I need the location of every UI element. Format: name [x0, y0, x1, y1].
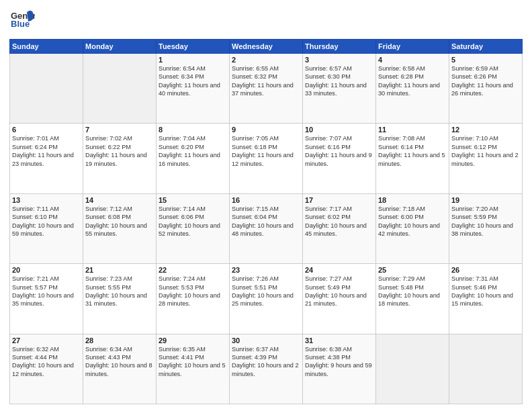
day-cell: 5Sunrise: 6:59 AM Sunset: 6:26 PM Daylig… — [449, 54, 523, 124]
day-detail: Sunrise: 7:23 AM Sunset: 5:55 PM Dayligh… — [85, 275, 154, 308]
day-number: 11 — [378, 126, 447, 134]
day-cell: 18Sunrise: 7:18 AM Sunset: 6:00 PM Dayli… — [376, 193, 449, 263]
day-cell: 8Sunrise: 7:04 AM Sunset: 6:20 PM Daylig… — [157, 124, 230, 193]
day-number: 14 — [85, 196, 154, 204]
day-number: 15 — [159, 196, 227, 204]
day-detail: Sunrise: 7:10 AM Sunset: 6:12 PM Dayligh… — [451, 134, 520, 168]
day-number: 22 — [159, 266, 227, 274]
day-number: 9 — [232, 126, 300, 134]
day-detail: Sunrise: 7:15 AM Sunset: 6:04 PM Dayligh… — [232, 205, 300, 238]
day-detail: Sunrise: 7:04 AM Sunset: 6:20 PM Dayligh… — [159, 134, 227, 168]
day-cell: 26Sunrise: 7:31 AM Sunset: 5:46 PM Dayli… — [449, 264, 523, 334]
day-cell — [83, 54, 157, 124]
day-detail: Sunrise: 7:01 AM Sunset: 6:24 PM Dayligh… — [12, 134, 81, 168]
day-detail: Sunrise: 7:07 AM Sunset: 6:16 PM Dayligh… — [305, 134, 373, 168]
day-detail: Sunrise: 7:24 AM Sunset: 5:53 PM Dayligh… — [159, 275, 227, 308]
day-detail: Sunrise: 7:20 AM Sunset: 5:59 PM Dayligh… — [451, 205, 520, 238]
weekday-header-thursday: Thursday — [303, 40, 376, 54]
day-cell: 21Sunrise: 7:23 AM Sunset: 5:55 PM Dayli… — [83, 264, 157, 334]
logo: General Blue — [9, 7, 35, 35]
day-detail: Sunrise: 7:02 AM Sunset: 6:22 PM Dayligh… — [85, 134, 154, 168]
day-number: 18 — [378, 196, 447, 204]
day-number: 30 — [232, 336, 300, 345]
day-detail: Sunrise: 7:17 AM Sunset: 6:02 PM Dayligh… — [305, 205, 373, 238]
day-detail: Sunrise: 7:21 AM Sunset: 5:57 PM Dayligh… — [12, 275, 81, 308]
day-cell: 29Sunrise: 6:35 AM Sunset: 4:41 PM Dayli… — [157, 334, 230, 404]
svg-text:Blue: Blue — [11, 19, 30, 29]
day-cell — [449, 334, 523, 404]
day-detail: Sunrise: 7:18 AM Sunset: 6:00 PM Dayligh… — [378, 205, 447, 238]
day-cell: 30Sunrise: 6:37 AM Sunset: 4:39 PM Dayli… — [230, 334, 303, 404]
day-number: 7 — [85, 126, 154, 134]
day-cell: 2Sunrise: 6:55 AM Sunset: 6:32 PM Daylig… — [230, 54, 303, 124]
day-number: 27 — [12, 336, 81, 345]
day-detail: Sunrise: 6:34 AM Sunset: 4:43 PM Dayligh… — [85, 345, 154, 379]
day-number: 28 — [85, 336, 154, 345]
day-number: 4 — [378, 56, 447, 64]
day-cell: 25Sunrise: 7:29 AM Sunset: 5:48 PM Dayli… — [376, 264, 449, 334]
day-number: 29 — [159, 336, 227, 345]
day-detail: Sunrise: 7:29 AM Sunset: 5:48 PM Dayligh… — [378, 275, 447, 308]
day-detail: Sunrise: 6:35 AM Sunset: 4:41 PM Dayligh… — [159, 345, 227, 379]
day-detail: Sunrise: 7:11 AM Sunset: 6:10 PM Dayligh… — [12, 205, 81, 238]
day-cell: 10Sunrise: 7:07 AM Sunset: 6:16 PM Dayli… — [303, 124, 376, 193]
day-number: 2 — [232, 56, 300, 64]
day-cell: 17Sunrise: 7:17 AM Sunset: 6:02 PM Dayli… — [303, 193, 376, 263]
day-cell: 24Sunrise: 7:27 AM Sunset: 5:49 PM Dayli… — [303, 264, 376, 334]
day-detail: Sunrise: 7:08 AM Sunset: 6:14 PM Dayligh… — [378, 134, 447, 168]
day-detail: Sunrise: 6:59 AM Sunset: 6:26 PM Dayligh… — [451, 64, 520, 98]
day-detail: Sunrise: 6:38 AM Sunset: 4:38 PM Dayligh… — [305, 345, 373, 379]
day-cell: 4Sunrise: 6:58 AM Sunset: 6:28 PM Daylig… — [376, 54, 449, 124]
logo-icon: General Blue — [9, 7, 35, 32]
day-cell: 11Sunrise: 7:08 AM Sunset: 6:14 PM Dayli… — [376, 124, 449, 193]
day-detail: Sunrise: 6:55 AM Sunset: 6:32 PM Dayligh… — [232, 64, 300, 98]
header: General Blue — [9, 7, 523, 35]
week-row-3: 13Sunrise: 7:11 AM Sunset: 6:10 PM Dayli… — [10, 193, 523, 263]
day-cell: 27Sunrise: 6:32 AM Sunset: 4:44 PM Dayli… — [10, 334, 83, 404]
day-number: 10 — [305, 126, 373, 134]
day-number: 1 — [159, 56, 227, 64]
day-number: 6 — [12, 126, 81, 134]
day-cell: 31Sunrise: 6:38 AM Sunset: 4:38 PM Dayli… — [303, 334, 376, 404]
day-number: 13 — [12, 196, 81, 204]
day-detail: Sunrise: 7:14 AM Sunset: 6:06 PM Dayligh… — [159, 205, 227, 238]
logo-graphic: General Blue — [9, 7, 35, 35]
day-cell: 15Sunrise: 7:14 AM Sunset: 6:06 PM Dayli… — [157, 193, 230, 263]
day-detail: Sunrise: 6:37 AM Sunset: 4:39 PM Dayligh… — [232, 345, 300, 379]
day-detail: Sunrise: 7:26 AM Sunset: 5:51 PM Dayligh… — [232, 275, 300, 308]
day-number: 25 — [378, 266, 447, 274]
day-number: 26 — [451, 266, 520, 274]
day-cell: 6Sunrise: 7:01 AM Sunset: 6:24 PM Daylig… — [10, 124, 83, 193]
day-cell — [376, 334, 449, 404]
day-cell: 14Sunrise: 7:12 AM Sunset: 6:08 PM Dayli… — [83, 193, 157, 263]
day-number: 20 — [12, 266, 81, 274]
day-detail: Sunrise: 6:54 AM Sunset: 6:34 PM Dayligh… — [159, 64, 227, 98]
day-number: 19 — [451, 196, 520, 204]
day-number: 5 — [451, 56, 520, 64]
day-cell: 7Sunrise: 7:02 AM Sunset: 6:22 PM Daylig… — [83, 124, 157, 193]
day-cell: 23Sunrise: 7:26 AM Sunset: 5:51 PM Dayli… — [230, 264, 303, 334]
day-detail: Sunrise: 7:27 AM Sunset: 5:49 PM Dayligh… — [305, 275, 373, 308]
day-cell: 12Sunrise: 7:10 AM Sunset: 6:12 PM Dayli… — [449, 124, 523, 193]
week-row-2: 6Sunrise: 7:01 AM Sunset: 6:24 PM Daylig… — [10, 124, 523, 193]
day-cell: 22Sunrise: 7:24 AM Sunset: 5:53 PM Dayli… — [157, 264, 230, 334]
day-cell: 28Sunrise: 6:34 AM Sunset: 4:43 PM Dayli… — [83, 334, 157, 404]
day-cell: 19Sunrise: 7:20 AM Sunset: 5:59 PM Dayli… — [449, 193, 523, 263]
weekday-header-monday: Monday — [83, 40, 157, 54]
day-detail: Sunrise: 7:05 AM Sunset: 6:18 PM Dayligh… — [232, 134, 300, 168]
day-detail: Sunrise: 6:58 AM Sunset: 6:28 PM Dayligh… — [378, 64, 447, 98]
day-cell: 9Sunrise: 7:05 AM Sunset: 6:18 PM Daylig… — [230, 124, 303, 193]
weekday-header-row: SundayMondayTuesdayWednesdayThursdayFrid… — [10, 40, 523, 54]
day-detail: Sunrise: 7:31 AM Sunset: 5:46 PM Dayligh… — [451, 275, 520, 308]
day-detail: Sunrise: 7:12 AM Sunset: 6:08 PM Dayligh… — [85, 205, 154, 238]
day-detail: Sunrise: 6:32 AM Sunset: 4:44 PM Dayligh… — [12, 345, 81, 379]
calendar-page: General Blue SundayMondayTuesdayWednesda… — [0, 0, 532, 411]
day-number: 21 — [85, 266, 154, 274]
weekday-header-friday: Friday — [376, 40, 449, 54]
day-number: 3 — [305, 56, 373, 64]
day-number: 12 — [451, 126, 520, 134]
day-number: 23 — [232, 266, 300, 274]
day-number: 24 — [305, 266, 373, 274]
weekday-header-sunday: Sunday — [10, 40, 83, 54]
day-cell: 20Sunrise: 7:21 AM Sunset: 5:57 PM Dayli… — [10, 264, 83, 334]
